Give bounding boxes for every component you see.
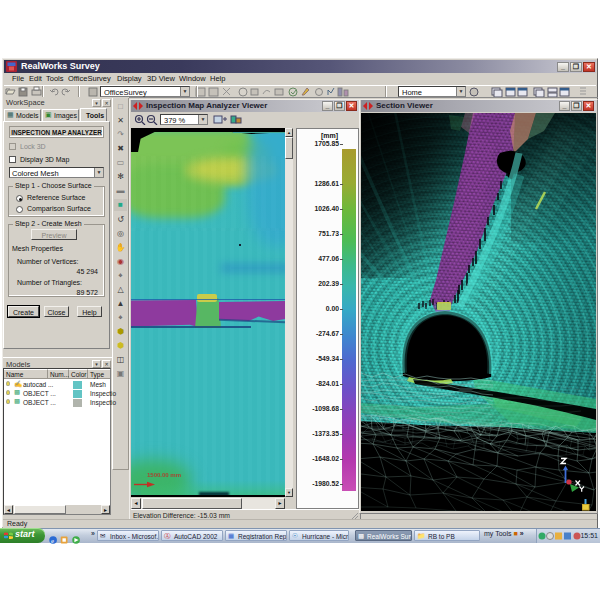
svg-text:e: e	[51, 536, 54, 543]
